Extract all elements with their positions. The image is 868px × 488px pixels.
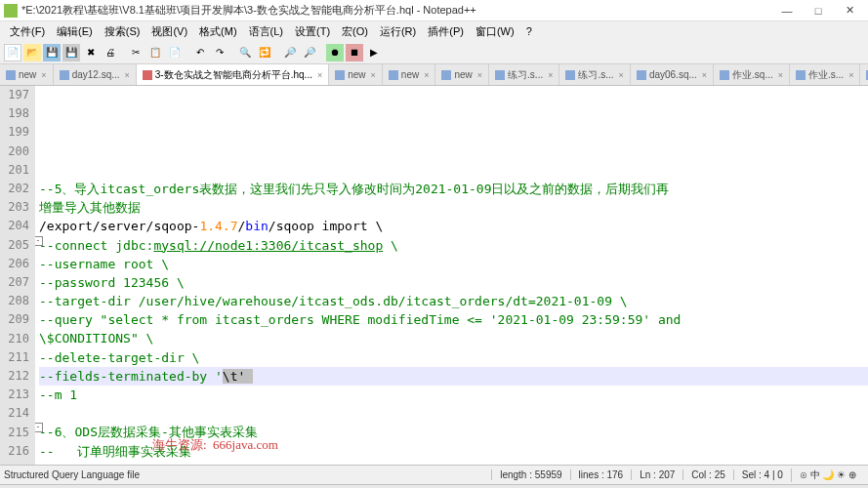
- tab-label: 3-数仓实战之智能电商分析平台.hq...: [155, 68, 312, 82]
- save-button[interactable]: 💾: [43, 44, 61, 61]
- line-number: 201: [0, 161, 29, 180]
- minimize-button[interactable]: —: [772, 1, 802, 20]
- status-extra-icons[interactable]: ⊙ 中 🌙 ☀ ⊕: [791, 468, 864, 482]
- line-number: 211: [0, 348, 29, 367]
- menu-item[interactable]: 设置(T): [289, 22, 336, 41]
- window-title: *E:\2021教程\基础班\V8.1基础班\项目开发脚本\3-数仓实战之智能电…: [21, 3, 772, 18]
- tab-close-icon[interactable]: ×: [477, 70, 482, 80]
- file-tab[interactable]: day06.sq...×: [631, 64, 714, 85]
- file-tab[interactable]: new×: [0, 64, 54, 85]
- code-line[interactable]: /export/server/sqoop-1.4.7/bin/sqoop imp…: [39, 461, 868, 465]
- line-number: 204: [0, 217, 29, 235]
- tab-icon: [6, 70, 16, 80]
- menu-item[interactable]: 编辑(E): [51, 22, 99, 41]
- menu-item[interactable]: 视图(V): [145, 22, 193, 41]
- find-button[interactable]: 🔍: [236, 44, 254, 61]
- tab-close-icon[interactable]: ×: [702, 70, 707, 80]
- line-number: 216: [0, 442, 29, 461]
- tab-label: 练习.s...: [578, 68, 613, 82]
- fold-icon[interactable]: -: [35, 423, 43, 432]
- tab-close-icon[interactable]: ×: [41, 70, 46, 80]
- code-area[interactable]: 海牛资源: 666java.com --5、导入itcast_orders表数据…: [35, 86, 868, 465]
- menu-item[interactable]: 文件(F): [4, 22, 51, 41]
- file-tab[interactable]: 作业.s...×: [790, 64, 860, 85]
- code-line[interactable]: ---connect jdbc:mysql://node1:3306/itcas…: [39, 236, 868, 255]
- status-ln: Ln : 207: [631, 469, 682, 480]
- tab-close-icon[interactable]: ×: [371, 70, 376, 80]
- new-file-button[interactable]: 📄: [4, 44, 21, 61]
- tab-close-icon[interactable]: ×: [424, 70, 429, 80]
- code-line[interactable]: --query "select * from itcast_orders WHE…: [39, 310, 868, 329]
- tab-close-icon[interactable]: ×: [848, 70, 853, 80]
- menu-item[interactable]: 搜索(S): [99, 22, 146, 41]
- record-macro-button[interactable]: ⏺: [326, 44, 344, 61]
- code-line[interactable]: [39, 404, 868, 423]
- print-button[interactable]: 🖨: [102, 44, 119, 61]
- code-line[interactable]: [39, 161, 868, 180]
- file-tab[interactable]: 作业.sq...×: [714, 64, 790, 85]
- file-tab[interactable]: new×: [383, 64, 436, 85]
- menu-item[interactable]: 窗口(W): [470, 22, 520, 41]
- tab-close-icon[interactable]: ×: [619, 70, 624, 80]
- cut-button[interactable]: ✂: [127, 44, 145, 61]
- menu-item[interactable]: 插件(P): [422, 22, 470, 41]
- code-line[interactable]: [39, 142, 868, 161]
- file-tab[interactable]: 练习.s...×: [489, 64, 559, 85]
- code-line[interactable]: --username root \: [39, 255, 868, 273]
- tab-close-icon[interactable]: ×: [548, 70, 553, 80]
- code-line[interactable]: --target-dir /user/hive/warehouse/itcast…: [39, 292, 868, 310]
- menu-bar: 文件(F)编辑(E)搜索(S)视图(V)格式(M)语言(L)设置(T)宏(O)运…: [0, 21, 868, 41]
- tab-close-icon[interactable]: ×: [125, 70, 130, 80]
- stop-macro-button[interactable]: ⏹: [346, 44, 363, 61]
- code-line[interactable]: --5、导入itcast_orders表数据，这里我们先只导入修改时间为2021…: [39, 180, 868, 198]
- file-tab[interactable]: new×: [435, 64, 489, 85]
- close-file-button[interactable]: ✖: [82, 44, 100, 61]
- line-number: 214: [0, 404, 29, 423]
- menu-item[interactable]: 语言(L): [243, 22, 289, 41]
- menu-item[interactable]: 宏(O): [336, 22, 374, 41]
- code-line[interactable]: -- 订单明细事实表采集: [39, 442, 868, 461]
- code-line[interactable]: 增量导入其他数据: [39, 198, 868, 217]
- menu-item[interactable]: 运行(R): [374, 22, 422, 41]
- code-line[interactable]: \$CONDITIONS" \: [39, 329, 868, 347]
- line-number: 206: [0, 255, 29, 273]
- code-line[interactable]: --delete-target-dir \: [39, 348, 868, 367]
- code-line[interactable]: --password 123456 \: [39, 273, 868, 292]
- fold-icon[interactable]: -: [35, 236, 43, 246]
- code-line[interactable]: /export/server/sqoop-1.4.7/bin/sqoop imp…: [39, 217, 868, 235]
- file-tab[interactable]: new×: [329, 64, 383, 85]
- save-all-button[interactable]: 💾: [62, 44, 80, 61]
- code-line[interactable]: --fields-terminated-by '\t': [39, 367, 868, 386]
- app-icon: [4, 4, 18, 18]
- file-tab[interactable]: 3-数仓实战之智能电商分析平台.hq...×: [137, 64, 329, 85]
- redo-button[interactable]: ↷: [211, 44, 228, 61]
- file-tab[interactable]: day12.sq...×: [54, 64, 137, 85]
- close-button[interactable]: ✕: [835, 1, 864, 20]
- zoom-out-button[interactable]: 🔎: [301, 44, 318, 61]
- tab-label: 作业.sq...: [732, 68, 773, 82]
- tab-close-icon[interactable]: ×: [317, 70, 322, 80]
- tab-icon: [720, 70, 729, 80]
- tab-label: 作业.s...: [808, 68, 844, 82]
- file-tab[interactable]: 练习.s...×: [559, 64, 630, 85]
- menu-item[interactable]: ?: [520, 23, 538, 39]
- open-file-button[interactable]: 📂: [23, 44, 41, 61]
- menu-item[interactable]: 格式(M): [193, 22, 243, 41]
- tab-label: new: [454, 69, 472, 80]
- status-length: length : 55959: [491, 469, 569, 480]
- maximize-button[interactable]: □: [804, 1, 833, 20]
- tab-close-icon[interactable]: ×: [778, 70, 783, 80]
- paste-button[interactable]: 📄: [166, 44, 184, 61]
- replace-button[interactable]: 🔁: [256, 44, 273, 61]
- status-language: Structured Query Language file: [4, 469, 491, 480]
- line-number: 215: [0, 424, 29, 442]
- undo-button[interactable]: ↶: [191, 44, 209, 61]
- code-line[interactable]: ---6、ODS层数据采集-其他事实表采集: [39, 423, 868, 441]
- copy-button[interactable]: 📋: [146, 44, 164, 61]
- play-macro-button[interactable]: ▶: [365, 44, 383, 61]
- zoom-in-button[interactable]: 🔎: [281, 44, 299, 61]
- code-line[interactable]: --m 1: [39, 386, 868, 404]
- status-sel: Sel : 4 | 0: [733, 469, 791, 480]
- file-tab[interactable]: new×: [860, 64, 868, 85]
- title-bar: *E:\2021教程\基础班\V8.1基础班\项目开发脚本\3-数仓实战之智能电…: [0, 0, 868, 21]
